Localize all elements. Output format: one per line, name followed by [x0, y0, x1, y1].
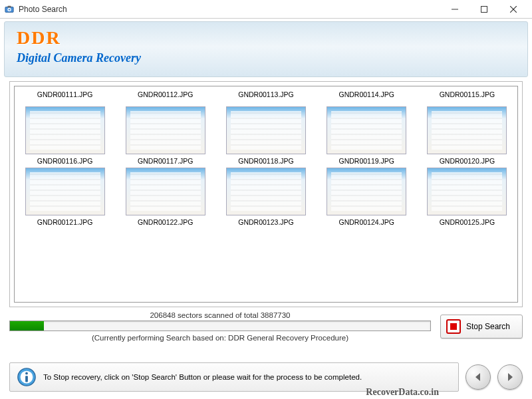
thumb-filename: GNDR00122.JPG	[118, 218, 213, 226]
banner: DDR Digital Camera Recovery	[4, 21, 528, 77]
thumb-filename: GNDR00113.JPG	[218, 89, 313, 104]
watermark: RecoverData.co.in	[366, 387, 439, 398]
thumbnail-image	[25, 106, 105, 154]
titlebar: Photo Search	[0, 0, 532, 19]
thumb-filename: GNDR00114.JPG	[319, 89, 414, 104]
footer: To Stop recovery, click on 'Stop Search'…	[9, 362, 523, 392]
thumb-filename: GNDR00117.JPG	[118, 157, 213, 165]
thumbnail-item[interactable]: GNDR00116.JPG	[17, 106, 112, 165]
thumbnail-item[interactable]: GNDR00120.JPG	[420, 106, 515, 165]
progress-note: (Currently performing Search based on: D…	[9, 334, 431, 342]
thumbnail-image	[427, 168, 507, 215]
brand-logo: DDR	[17, 27, 515, 49]
banner-subtitle: Digital Camera Recovery	[17, 51, 515, 65]
svg-point-10	[25, 372, 28, 375]
svg-rect-1	[7, 5, 11, 7]
thumbnail-image	[226, 168, 306, 215]
tip-text: To Stop recovery, click on 'Stop Search'…	[43, 373, 362, 381]
progress-status-text: 206848 sectors scanned of total 3887730	[9, 311, 431, 319]
thumbnail-image	[327, 106, 406, 154]
svg-rect-5	[481, 6, 487, 12]
nav-forward-button[interactable]	[497, 364, 523, 390]
thumb-filename: GNDR00125.JPG	[420, 218, 515, 226]
thumbnail-item[interactable]: GNDR00119.JPG	[319, 106, 414, 165]
minimize-button[interactable]	[440, 0, 469, 19]
thumbnail-image	[25, 168, 105, 215]
thumb-filename: GNDR00112.JPG	[118, 89, 213, 104]
svg-point-3	[9, 9, 11, 11]
stop-button-label: Stop Search	[466, 322, 510, 331]
progress-bar	[9, 321, 431, 331]
thumbnail-item[interactable]: GNDR00121.JPG	[17, 168, 112, 226]
thumb-filename: GNDR00119.JPG	[319, 157, 414, 165]
stop-icon	[446, 319, 461, 334]
thumbnail-image	[226, 106, 306, 154]
nav-back-button[interactable]	[466, 364, 491, 390]
thumbnail-item[interactable]: GNDR00123.JPG	[218, 168, 313, 226]
close-button[interactable]	[499, 0, 528, 19]
app-icon	[4, 4, 15, 15]
thumb-filename: GNDR00120.JPG	[420, 157, 515, 165]
thumb-filename: GNDR00116.JPG	[17, 157, 112, 165]
thumb-filename: GNDR00118.JPG	[218, 157, 313, 165]
window-title: Photo Search	[19, 5, 440, 14]
thumbnail-image	[126, 106, 205, 154]
thumb-filename: GNDR00124.JPG	[319, 218, 414, 226]
thumbnail-item[interactable]: GNDR00125.JPG	[420, 168, 515, 226]
window-controls	[440, 0, 528, 19]
thumbnail-image	[327, 168, 406, 215]
thumbnail-item[interactable]: GNDR00118.JPG	[218, 106, 313, 165]
thumbnail-item[interactable]: GNDR00117.JPG	[118, 106, 213, 165]
stop-search-button[interactable]: Stop Search	[440, 315, 523, 338]
thumbnail-gallery[interactable]: GNDR00111.JPG GNDR00112.JPG GNDR00113.JP…	[14, 86, 518, 303]
progress-row: 206848 sectors scanned of total 3887730 …	[9, 311, 523, 342]
content-frame: GNDR00111.JPG GNDR00112.JPG GNDR00113.JP…	[9, 81, 523, 307]
thumbnail-image	[427, 106, 507, 154]
thumb-filename: GNDR00121.JPG	[17, 218, 112, 226]
thumbnail-item[interactable]: GNDR00122.JPG	[118, 168, 213, 226]
thumbnail-item[interactable]: GNDR00124.JPG	[319, 168, 414, 226]
thumb-filename: GNDR00111.JPG	[17, 89, 112, 104]
thumbnail-image	[126, 168, 205, 215]
svg-rect-11	[25, 376, 28, 382]
thumb-filename: GNDR00115.JPG	[420, 89, 515, 104]
maximize-button[interactable]	[469, 0, 499, 19]
info-icon	[17, 367, 37, 387]
progress-fill	[10, 321, 44, 331]
thumb-filename: GNDR00123.JPG	[218, 218, 313, 226]
